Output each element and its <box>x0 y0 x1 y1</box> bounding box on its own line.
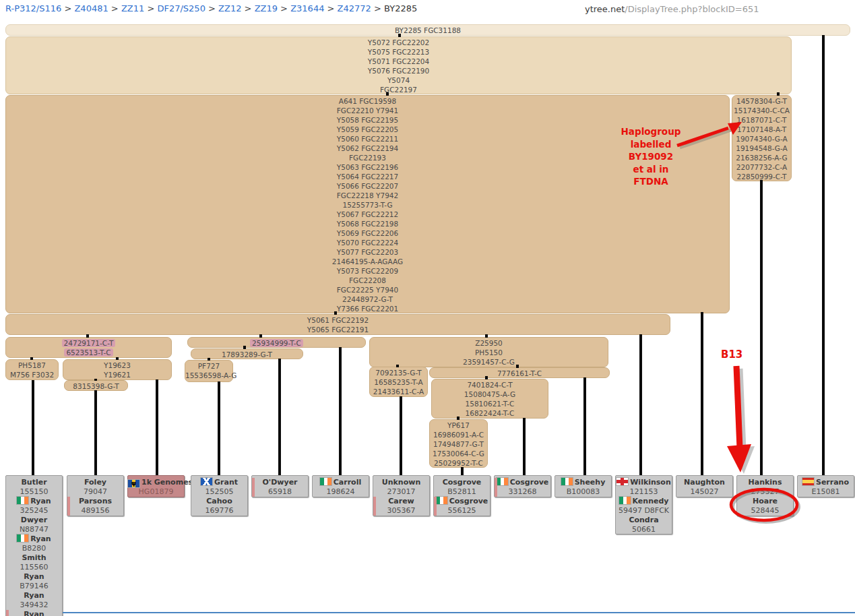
snp-label: 16585235-T-A <box>370 377 427 387</box>
flag-icon-ie <box>619 497 631 504</box>
leaf-box-unknown-carew[interactable]: Unknown273017Carew305367 <box>373 475 430 516</box>
snp-label: 21638256-A-G <box>732 153 791 162</box>
snp-label: Y5065 FGC22191 <box>6 325 670 334</box>
leaf-box-cosgrove[interactable]: CosgroveB52811Cosgrove556125 <box>433 475 490 516</box>
tester-surname: Naughton <box>676 478 732 487</box>
flag-icon-ie <box>561 478 573 485</box>
clade-block-7401824[interactable]: 7401824-C-T15080475-A-G15810621-T-C16822… <box>431 379 548 419</box>
snp-label-highlighted: 6523513-T-C <box>64 348 113 357</box>
breadcrumb-z40481[interactable]: Z40481 <box>74 3 108 13</box>
snp-label: 15536598-A-G <box>185 371 232 380</box>
snp-label: FGC22218 Y7942 <box>6 191 729 200</box>
breadcrumb-separator: > <box>61 3 74 13</box>
tester-kit-number: B8280 <box>6 544 62 553</box>
clade-block-pf727[interactable]: PF72715536598-A-G <box>185 360 233 382</box>
snp-label: 16822424-T-C <box>432 408 548 418</box>
connector-tick <box>94 379 97 381</box>
tester-kit-number: 115560 <box>6 563 62 572</box>
snp-label: PH5150 <box>370 348 608 357</box>
tester-surname: Condra <box>616 516 672 525</box>
snp-label-highlighted: 25934999-T-C <box>250 339 303 347</box>
clade-block-25934999[interactable]: 25934999-T-C <box>187 337 366 348</box>
tester-surname: Sheehy <box>555 478 611 487</box>
snp-label: 22077732-C-A <box>732 162 791 172</box>
snp-label: PH5187 <box>6 361 58 370</box>
clade-block-24729171[interactable]: 24729171-C-T6523513-T-C <box>5 337 172 358</box>
tester-surname: O'Dwyer <box>252 478 308 487</box>
snp-label: M756 F3032 <box>6 370 58 379</box>
clade-block-8315398[interactable]: 8315398-G-T <box>64 380 128 391</box>
tester-kit-number: 273017 <box>373 487 429 497</box>
breadcrumb-zz12[interactable]: ZZ12 <box>218 3 241 13</box>
clade-block-y19623[interactable]: Y19623Y19621 <box>63 359 172 380</box>
connector-tick <box>208 358 210 361</box>
breadcrumb-separator: > <box>108 3 121 13</box>
snp-label: Y5058 FGC22195 <box>6 115 729 125</box>
ystr-match-stripe <box>6 610 9 616</box>
tester-kit-number: B79146 <box>6 582 62 591</box>
b13-label: B13 <box>721 348 761 361</box>
hoare-highlight-circle <box>726 485 803 527</box>
page-url: ytree.net/DisplayTree.php?blockID=651 <box>585 4 759 14</box>
breadcrumb-zz11[interactable]: ZZ11 <box>121 3 144 13</box>
snp-label: FGC22197 <box>6 85 791 94</box>
snp-label: 8315398-G-T <box>65 381 127 391</box>
clade-block-z25950[interactable]: Z25950PH515023591457-C-G <box>369 337 608 367</box>
snp-label: 7776161-T-C <box>430 369 609 378</box>
leaf-box-wilkinson[interactable]: Wilkinson121153Kennedy59497 D8FCKCondra5… <box>615 475 672 534</box>
clade-block-ph5187[interactable]: PH5187M756 F3032 <box>5 359 59 380</box>
tester-surname: Ryan <box>6 591 62 600</box>
clade-block-by2285[interactable]: BY2285 FGC31188 <box>5 24 850 36</box>
snp-label: Y5069 FGC22206 <box>6 228 729 238</box>
snp-label-highlighted: 24729171-C-T <box>62 339 116 347</box>
tester-kit-number: 155150 <box>6 487 62 497</box>
breadcrumb-z31644[interactable]: Z31644 <box>290 3 324 13</box>
snp-label: 14578304-G-T <box>732 96 791 106</box>
leaf-box-1k-genomes[interactable]: ψ1k GenomesHG01879 <box>127 475 185 497</box>
horizontal-scrollbar[interactable] <box>63 612 855 613</box>
leaf-box-sheehy[interactable]: SheehyB100083 <box>555 475 612 497</box>
clade-block-7776161[interactable]: 7776161-T-C <box>429 367 610 378</box>
branch-line-odwyer <box>278 359 281 475</box>
snp-label: Z25950 <box>370 338 608 348</box>
breadcrumb-separator: > <box>144 3 157 13</box>
flag-icon-bb: ψ <box>128 480 139 487</box>
leaf-box-cosgrove-2[interactable]: Cosgrove331268 <box>494 475 551 497</box>
snp-label: Y5067 FGC22212 <box>6 210 729 219</box>
leaf-box-odwyer[interactable]: O'Dwyer65918 <box>251 475 309 497</box>
breadcrumb-z42772[interactable]: Z42772 <box>338 3 371 13</box>
note-arrow-icon <box>670 116 748 153</box>
snp-label: 6523513-T-C <box>6 348 171 357</box>
clade-block-y5061[interactable]: Y5061 FGC22192Y5065 FGC22191 <box>5 314 670 335</box>
url-path: /DisplayTree.php?blockID=651 <box>625 4 759 14</box>
snp-label: FGC22210 Y7941 <box>6 106 729 115</box>
branch-line-cosgrove2 <box>523 418 526 475</box>
leaf-box-foley[interactable]: Foley79047Parsons489156 <box>67 475 124 516</box>
leaf-box-carroll[interactable]: Carroll198624 <box>312 475 369 497</box>
connector-tick <box>243 346 246 349</box>
b13-arrow-icon <box>718 363 765 479</box>
tester-kit-number: 305367 <box>373 506 429 516</box>
snp-label: 22448972-G-T <box>6 295 729 304</box>
clade-block-yp617[interactable]: YP61716986091-A-C17494877-G-T17530064-C-… <box>429 419 488 468</box>
branch-line-serrano <box>822 35 825 475</box>
breadcrumb-zz19[interactable]: ZZ19 <box>255 3 278 13</box>
clade-block-7092135[interactable]: 7092135-G-T16585235-T-A21433611-C-A <box>369 367 428 397</box>
snp-label: Y7366 FGC22201 <box>6 304 729 313</box>
breadcrumb-r-p312-s116[interactable]: R-P312/S116 <box>5 3 61 13</box>
leaf-box-butler[interactable]: Butler155150Ryan325245DwyerN88747RyanB82… <box>5 475 63 616</box>
tester-kit-number: B100083 <box>555 487 611 497</box>
tester-kit-number: N88747 <box>6 525 62 534</box>
tester-surname: Ryan <box>6 497 62 506</box>
leaf-box-grant[interactable]: Grant152505Cahoo169776 <box>191 475 248 516</box>
flag-icon-eng <box>616 478 628 485</box>
tester-surname: Unknown <box>373 478 429 487</box>
snp-label: Y5061 FGC22192 <box>6 315 670 325</box>
clade-block-y5072[interactable]: Y5072 FGC22202Y5075 FGC22213Y5071 FGC222… <box>5 36 792 94</box>
breadcrumb-df27-s250[interactable]: DF27/S250 <box>157 3 205 13</box>
snp-label: Y19621 <box>63 370 171 379</box>
tester-surname: Parsons <box>67 497 123 506</box>
leaf-box-serrano[interactable]: SerranoE15081 <box>797 475 854 497</box>
branch-line-carroll <box>339 347 342 475</box>
flag-icon-ie <box>320 478 331 485</box>
